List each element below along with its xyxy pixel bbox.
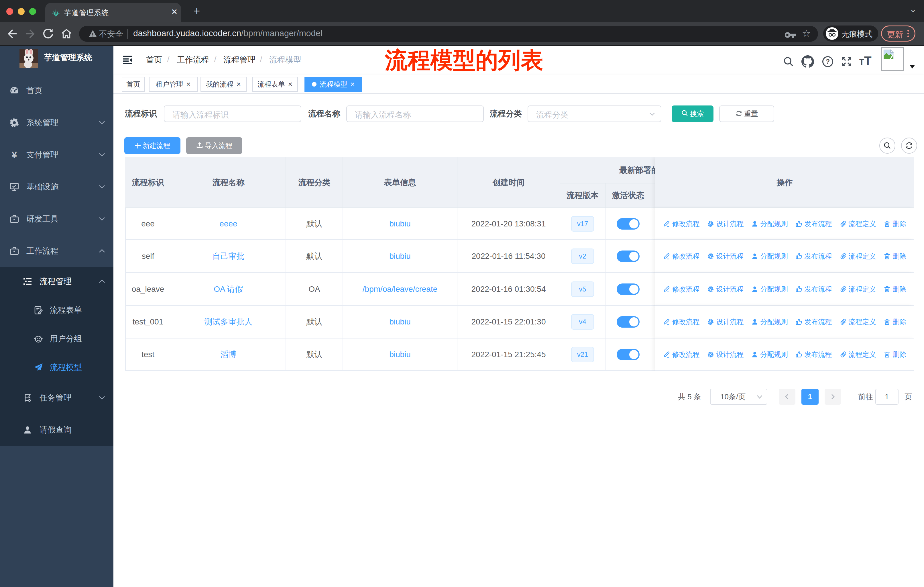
- svg-text:?: ?: [826, 58, 830, 65]
